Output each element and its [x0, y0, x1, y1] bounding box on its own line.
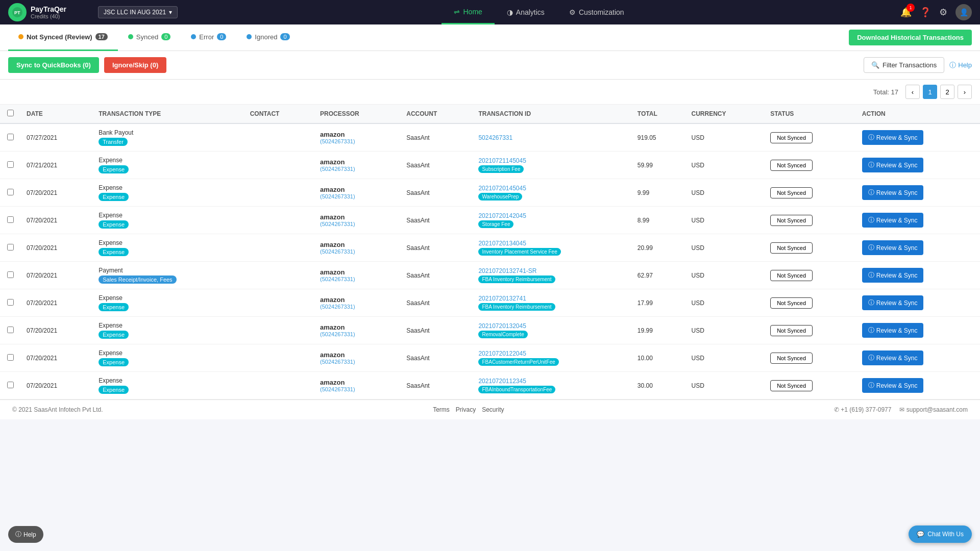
nav-item-home[interactable]: ⇌ Home — [442, 0, 494, 24]
tab-dot-synced — [128, 34, 133, 39]
row-date: 07/20/2021 — [20, 234, 92, 262]
not-synced-btn[interactable]: Not Synced — [770, 353, 813, 364]
row-checkbox-7[interactable] — [7, 327, 14, 333]
row-status: Not Synced — [764, 344, 856, 372]
row-account: SaasAnt — [400, 152, 472, 179]
row-account: SaasAnt — [400, 289, 472, 317]
review-sync-btn[interactable]: ⓘ Review & Sync — [862, 213, 924, 228]
txn-id-link[interactable]: 20210720132741-SR — [478, 267, 536, 274]
filter-transactions-btn[interactable]: 🔍 Filter Transactions — [864, 57, 944, 73]
row-checkbox-0[interactable] — [7, 134, 14, 140]
notifications-icon[interactable]: 🔔 1 — [900, 7, 912, 18]
txn-id-link[interactable]: 20210720145045 — [478, 185, 526, 192]
nav-item-customization[interactable]: ⚙ Customization — [557, 0, 636, 24]
download-historical-btn[interactable]: Download Historical Transactions — [849, 30, 972, 45]
not-synced-btn[interactable]: Not Synced — [770, 270, 813, 281]
terms-link[interactable]: Terms — [433, 406, 450, 413]
tab-synced[interactable]: Synced 0 — [118, 24, 181, 51]
privacy-link[interactable]: Privacy — [456, 406, 476, 413]
review-sync-btn[interactable]: ⓘ Review & Sync — [862, 323, 924, 338]
info-icon: ⓘ — [868, 354, 874, 362]
txn-id-link[interactable]: 20210721145045 — [478, 157, 526, 164]
avatar[interactable]: 👤 — [955, 4, 972, 20]
txn-id-link[interactable]: 20210720132741 — [478, 295, 526, 302]
col-contact: CONTACT — [244, 105, 314, 123]
credits-label: Credits (40) — [31, 13, 66, 19]
row-checkbox-9[interactable] — [7, 382, 14, 388]
next-page-btn[interactable]: › — [958, 85, 972, 99]
info-icon: ⓘ — [868, 326, 874, 335]
help-icon[interactable]: ❓ — [920, 7, 931, 18]
not-synced-btn[interactable]: Not Synced — [770, 160, 813, 171]
row-action: ⓘ Review & Sync — [856, 234, 980, 262]
company-selector[interactable]: JSC LLC IN AUG 2021 ▾ — [98, 6, 178, 18]
row-date: 07/20/2021 — [20, 179, 92, 207]
row-checkbox-6[interactable] — [7, 299, 14, 306]
row-processor: amazon(5024267331) — [314, 234, 400, 262]
not-synced-btn[interactable]: Not Synced — [770, 380, 813, 391]
app-title: PayTraQer — [31, 5, 66, 13]
row-date: 07/20/2021 — [20, 207, 92, 234]
row-checkbox-5[interactable] — [7, 271, 14, 278]
settings-icon[interactable]: ⚙ — [939, 7, 947, 18]
prev-page-btn[interactable]: ‹ — [905, 85, 920, 99]
select-all-checkbox[interactable] — [7, 110, 14, 116]
row-processor: amazon(5024267331) — [314, 317, 400, 344]
row-checkbox-2[interactable] — [7, 189, 14, 195]
review-sync-btn[interactable]: ⓘ Review & Sync — [862, 158, 924, 172]
notification-badge: 1 — [906, 4, 915, 12]
not-synced-btn[interactable]: Not Synced — [770, 215, 813, 226]
help-link[interactable]: ⓘ Help — [949, 61, 972, 70]
tab-error[interactable]: Error 0 — [181, 24, 236, 51]
row-checkbox-3[interactable] — [7, 216, 14, 223]
security-link[interactable]: Security — [482, 406, 504, 413]
search-icon: 🔍 — [871, 61, 879, 69]
not-synced-btn[interactable]: Not Synced — [770, 187, 813, 198]
review-sync-btn[interactable]: ⓘ Review & Sync — [862, 185, 924, 200]
tab-ignored[interactable]: Ignored 0 — [236, 24, 300, 51]
page-2-btn[interactable]: 2 — [940, 85, 954, 99]
info-icon: ⓘ — [868, 133, 874, 142]
row-date: 07/20/2021 — [20, 317, 92, 344]
txn-id-link[interactable]: 20210720122045 — [478, 350, 526, 357]
not-synced-btn[interactable]: Not Synced — [770, 132, 813, 143]
ignore-skip-btn[interactable]: Ignore/Skip (0) — [104, 57, 166, 73]
txn-id-link[interactable]: 20210720132045 — [478, 322, 526, 330]
page-1-btn[interactable]: 1 — [923, 85, 937, 99]
row-currency: USD — [685, 372, 765, 399]
txn-id-link[interactable]: 20210720112345 — [478, 378, 526, 385]
review-sync-btn[interactable]: ⓘ Review & Sync — [862, 378, 924, 393]
review-sync-btn[interactable]: ⓘ Review & Sync — [862, 268, 924, 283]
chevron-down-icon: ▾ — [169, 9, 172, 16]
row-currency: USD — [685, 123, 765, 152]
row-action: ⓘ Review & Sync — [856, 179, 980, 207]
row-txn-id: 20210720132045RemovalComplete — [472, 317, 631, 344]
row-type: ExpenseExpense — [92, 372, 243, 399]
row-checkbox-4[interactable] — [7, 244, 14, 251]
row-checkbox-1[interactable] — [7, 161, 14, 168]
txn-id-link[interactable]: 5024267331 — [478, 134, 512, 141]
not-synced-btn[interactable]: Not Synced — [770, 242, 813, 254]
row-type: ExpenseExpense — [92, 344, 243, 372]
review-sync-btn[interactable]: ⓘ Review & Sync — [862, 350, 924, 365]
col-transaction-id: TRANSACTION ID — [472, 105, 631, 123]
txn-id-link[interactable]: 20210720142045 — [478, 212, 526, 219]
table-row: 07/20/2021PaymentSales Receipt/Invoice, … — [0, 262, 980, 289]
header: PT PayTraQer Credits (40) JSC LLC IN AUG… — [0, 0, 980, 24]
review-sync-btn[interactable]: ⓘ Review & Sync — [862, 130, 924, 145]
not-synced-btn[interactable]: Not Synced — [770, 297, 813, 309]
review-sync-btn[interactable]: ⓘ Review & Sync — [862, 240, 924, 255]
table-row: 07/20/2021ExpenseExpenseamazon(502426733… — [0, 317, 980, 344]
row-checkbox-8[interactable] — [7, 354, 14, 361]
col-total: TOTAL — [631, 105, 685, 123]
nav-item-analytics[interactable]: ◑ Analytics — [495, 0, 557, 24]
txn-id-link[interactable]: 20210720134045 — [478, 240, 526, 247]
review-sync-btn[interactable]: ⓘ Review & Sync — [862, 295, 924, 310]
sync-quickbooks-btn[interactable]: Sync to QuickBooks (0) — [8, 57, 99, 73]
tab-not-synced[interactable]: Not Synced (Review) 17 — [8, 24, 118, 51]
row-checkbox-cell — [0, 207, 20, 234]
row-currency: USD — [685, 317, 765, 344]
row-txn-id: 20210720122045FBACustomerReturnPerUnitFe… — [472, 344, 631, 372]
not-synced-btn[interactable]: Not Synced — [770, 325, 813, 336]
row-action: ⓘ Review & Sync — [856, 152, 980, 179]
